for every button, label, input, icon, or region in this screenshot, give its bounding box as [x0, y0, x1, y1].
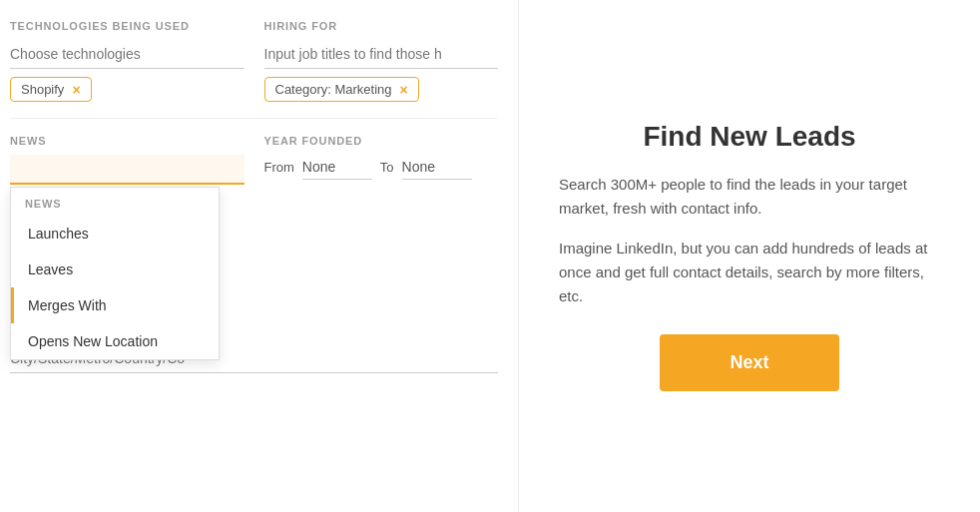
dropdown-item-launches[interactable]: Launches: [11, 216, 219, 252]
year-founded-section: YEAR FOUNDED From To: [264, 135, 499, 180]
hiring-section: HIRING FOR Category: Marketing ×: [264, 20, 499, 102]
shopify-tag-close[interactable]: ×: [72, 83, 80, 97]
right-panel: Find New Leads Search 300M+ people to fi…: [519, 0, 980, 512]
dropdown-item-opens-new-location[interactable]: Opens New Location: [11, 323, 219, 359]
hiring-label: HIRING FOR: [264, 20, 499, 32]
dropdown-item-merges-with[interactable]: Merges With: [11, 287, 219, 323]
shopify-tag: Shopify ×: [10, 77, 92, 102]
technologies-input[interactable]: [10, 40, 245, 69]
shopify-tag-label: Shopify: [21, 82, 64, 97]
news-dropdown: NEWS Launches Leaves Merges With Opens N…: [10, 187, 220, 360]
dropdown-item-leaves[interactable]: Leaves: [11, 252, 219, 287]
category-marketing-label: Category: Marketing: [275, 82, 392, 97]
category-marketing-tag: Category: Marketing ×: [264, 77, 419, 102]
technologies-section: TECHNOLOGIES BEING USED Shopify ×: [10, 20, 245, 102]
to-label: To: [380, 160, 394, 175]
technologies-label: TECHNOLOGIES BEING USED: [10, 20, 245, 32]
from-label: From: [264, 160, 294, 175]
description-1: Search 300M+ people to find the leads in…: [559, 173, 940, 221]
category-marketing-close[interactable]: ×: [400, 83, 408, 97]
year-founded-row: From To: [264, 155, 499, 180]
year-to-input[interactable]: [402, 155, 472, 180]
page-title: Find New Leads: [559, 121, 940, 153]
next-button[interactable]: Next: [660, 334, 839, 391]
description-2: Imagine LinkedIn, but you can add hundre…: [559, 237, 940, 308]
year-founded-label: YEAR FOUNDED: [264, 135, 499, 147]
dropdown-header: NEWS: [11, 188, 219, 216]
left-panel: TECHNOLOGIES BEING USED Shopify × HIRING…: [0, 0, 519, 512]
hiring-input[interactable]: [264, 40, 499, 69]
year-from-input[interactable]: [302, 155, 372, 180]
news-section: NEWS NEWS Launches Leaves Merges With Op…: [10, 135, 245, 185]
news-label: NEWS: [10, 135, 245, 147]
news-input[interactable]: [10, 155, 245, 185]
